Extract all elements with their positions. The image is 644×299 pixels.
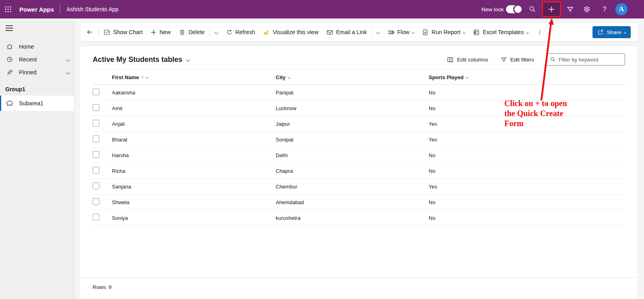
cell-sports-played: Yes (429, 184, 625, 190)
row-checkbox[interactable] (93, 167, 99, 174)
report-icon (422, 29, 429, 36)
flow-label: Flow (397, 29, 409, 35)
chevron-down-icon (624, 31, 626, 33)
new-button[interactable]: New (147, 25, 175, 39)
clock-icon (6, 56, 13, 63)
overflow-chevron-button[interactable] (373, 25, 384, 39)
view-title-label: Active My Students tables (93, 55, 182, 64)
sidebar-item-recent[interactable]: Recent (0, 53, 74, 66)
annotation-text: Click on + to open the Quick Create Form (504, 98, 567, 129)
toggle-knob (513, 4, 523, 14)
chevron-down-icon (376, 30, 380, 34)
row-checkbox[interactable] (93, 198, 99, 205)
columns-icon (447, 56, 454, 63)
plus-icon (548, 6, 555, 13)
chevron-down-icon (466, 76, 468, 78)
show-chart-button[interactable]: Show Chart (99, 25, 147, 39)
cell-first-name: Harsha (112, 152, 276, 158)
sidebar-item-label: Subarea1 (19, 100, 43, 106)
cell-first-name: Amit (112, 105, 276, 111)
flow-button[interactable]: Flow (384, 25, 418, 39)
email-link-button[interactable]: Email a Link (322, 25, 371, 39)
table-row[interactable]: Bharat Sonipat Yes (93, 132, 625, 147)
overflow-chevron-button[interactable] (211, 25, 222, 39)
hamburger-menu-button[interactable] (6, 24, 18, 32)
refresh-button[interactable]: Refresh (222, 25, 259, 39)
row-checkbox[interactable] (93, 120, 99, 127)
edit-filters-button[interactable]: Edit filters (500, 56, 534, 63)
cell-first-name: Shweta (112, 199, 276, 205)
gear-icon (583, 5, 591, 13)
cell-sports-played: No (429, 168, 625, 174)
data-grid: First Name ↑ City Sports Played Aakansha… (93, 70, 625, 226)
table-row[interactable]: Sanjana Chembur Yes (93, 179, 625, 195)
new-label: New (159, 29, 171, 35)
sidebar-item-pinned[interactable]: Pinned (0, 66, 74, 79)
column-header-sports-played[interactable]: Sports Played (429, 74, 625, 80)
sidebar-item-subarea1[interactable]: Subarea1 (0, 96, 74, 111)
puzzle-icon (6, 100, 13, 107)
help-button[interactable]: ? (597, 3, 612, 15)
ellipsis-vertical-icon (537, 29, 543, 35)
view-selector[interactable]: Active My Students tables (93, 55, 190, 64)
cell-sports-played: No (429, 215, 625, 221)
cell-sports-played: No (429, 152, 625, 158)
refresh-label: Refresh (235, 29, 255, 35)
new-plus-icon (151, 29, 157, 35)
excel-templates-button[interactable]: Excel Templates (469, 25, 532, 39)
settings-button[interactable] (580, 3, 594, 15)
cell-city: kurushetra (276, 215, 429, 221)
row-checkbox[interactable] (93, 104, 99, 111)
new-look-toggle[interactable] (506, 5, 522, 13)
quick-create-plus-button[interactable] (542, 1, 561, 17)
chevron-down-icon (146, 76, 148, 78)
sidebar-item-home[interactable]: Home (0, 40, 74, 53)
chevron-down-icon (214, 30, 218, 34)
annotation-line: Form (504, 119, 567, 129)
cell-first-name: Sanjana (112, 184, 276, 190)
cell-first-name: Anjali (112, 121, 276, 127)
visualize-view-button[interactable]: Visualize this view (259, 25, 322, 39)
search-button[interactable] (525, 3, 540, 15)
more-commands-button[interactable] (533, 25, 547, 39)
view-card: Active My Students tables Edit columns (80, 46, 637, 299)
column-header-city[interactable]: City (276, 74, 429, 80)
excel-icon (473, 29, 480, 36)
cell-city: Sonipat (276, 137, 429, 143)
chart-icon (103, 29, 110, 36)
column-header-first-name[interactable]: First Name ↑ (112, 74, 276, 80)
chevron-down-icon (288, 76, 290, 78)
row-checkbox[interactable] (93, 135, 99, 142)
command-divider (98, 28, 99, 37)
cell-sports-played: No (429, 90, 625, 96)
waffle-icon (4, 6, 12, 13)
user-avatar[interactable]: A (615, 3, 627, 15)
run-report-button[interactable]: Run Report (418, 25, 469, 39)
command-divider (210, 28, 210, 37)
grid-header-row: First Name ↑ City Sports Played (93, 70, 625, 85)
brand-title[interactable]: Power Apps (19, 6, 54, 13)
sidebar-item-label: Pinned (19, 69, 37, 76)
share-button[interactable]: Share (592, 26, 631, 38)
row-checkbox[interactable] (93, 151, 99, 158)
pin-icon (6, 69, 13, 76)
row-checkbox[interactable] (93, 88, 99, 95)
edit-columns-button[interactable]: Edit columns (447, 56, 488, 63)
table-row[interactable]: Harsha Delhi No (93, 147, 625, 163)
back-button[interactable] (82, 25, 97, 39)
share-label: Share (607, 29, 621, 35)
delete-button[interactable]: Delete (175, 25, 208, 39)
chevron-down-icon (186, 57, 190, 61)
filter-keyword-input[interactable] (559, 57, 619, 63)
row-checkbox[interactable] (93, 182, 99, 189)
row-checkbox[interactable] (93, 214, 99, 221)
table-row[interactable]: Shweta Ahemdabad No (93, 195, 625, 210)
header-divider (60, 5, 60, 14)
app-launcher-waffle-icon[interactable] (0, 0, 16, 18)
table-row[interactable]: Soniya kurushetra No (93, 210, 625, 226)
cell-first-name: Soniya (112, 215, 276, 221)
filter-button[interactable] (563, 3, 577, 15)
cell-first-name: Bharat (112, 137, 276, 143)
delete-label: Delete (188, 29, 204, 35)
table-row[interactable]: Richa Chapra No (93, 163, 625, 179)
